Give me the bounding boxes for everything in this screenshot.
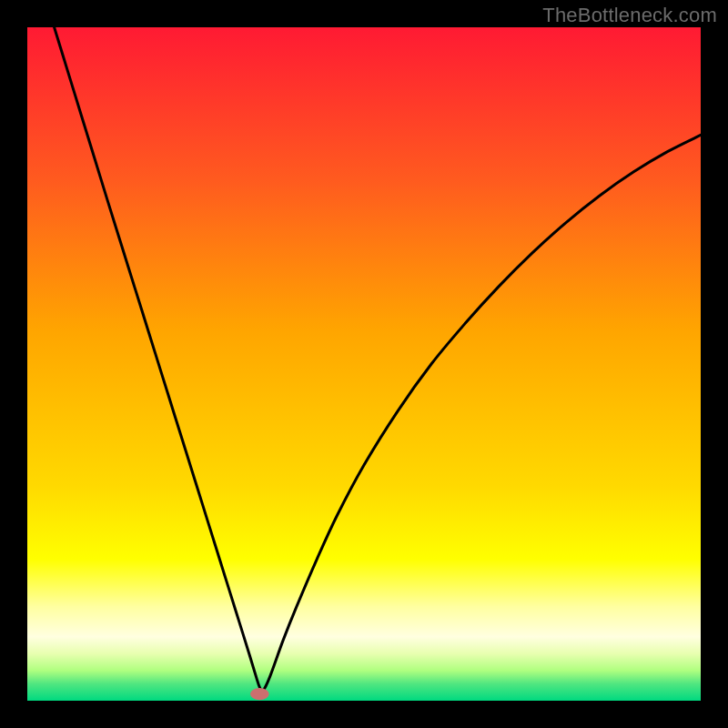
chart-background-gradient	[27, 27, 701, 701]
optimal-point-marker	[250, 688, 269, 700]
chart-frame: TheBottleneck.com	[0, 0, 728, 728]
watermark-text: TheBottleneck.com	[542, 4, 717, 27]
chart-svg	[27, 27, 701, 701]
chart-plot-area	[27, 27, 701, 701]
